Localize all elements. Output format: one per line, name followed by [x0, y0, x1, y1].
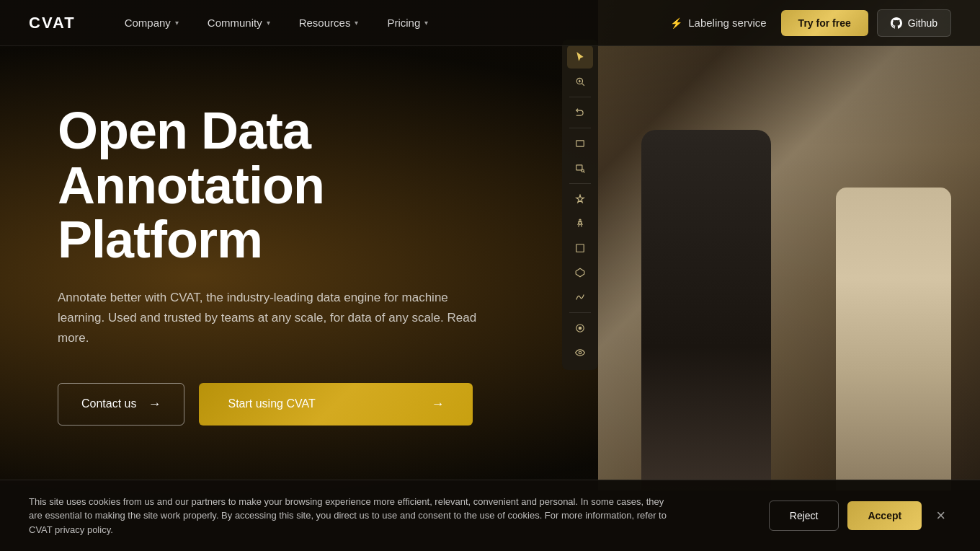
svg-point-8 — [579, 219, 581, 221]
nav-actions: Try for free Github — [781, 9, 951, 37]
rect-tool[interactable] — [567, 132, 593, 155]
logo[interactable]: CVAT — [29, 14, 76, 32]
svg-rect-9 — [576, 244, 584, 252]
nav-links: Company ▾ Community ▾ Resources ▾ Pricin… — [110, 0, 656, 46]
svg-point-6 — [582, 169, 584, 172]
labeling-service-label: Labeling service — [688, 17, 766, 29]
toolbar-divider-4 — [569, 312, 591, 313]
company-label: Company — [125, 17, 171, 29]
chevron-down-icon: ▾ — [355, 19, 358, 27]
accept-cookies-button[interactable]: Accept — [847, 501, 922, 530]
nav-item-pricing[interactable]: Pricing ▾ — [373, 0, 442, 46]
hero-title: Open Data Annotation Platform — [58, 104, 490, 268]
pricing-label: Pricing — [387, 17, 420, 29]
cursor-tool[interactable] — [567, 45, 593, 69]
svg-rect-4 — [576, 141, 584, 146]
start-using-button[interactable]: Start using CVAT → — [199, 383, 473, 426]
github-button[interactable]: Github — [877, 9, 951, 37]
svg-marker-10 — [576, 268, 584, 277]
reject-cookies-button[interactable]: Reject — [769, 501, 839, 531]
svg-point-13 — [579, 351, 582, 354]
nav-item-community[interactable]: Community ▾ — [193, 0, 285, 46]
svg-line-7 — [584, 172, 584, 172]
cookie-actions: Reject Accept × — [769, 501, 951, 531]
cookie-text: This site uses cookies from us and our p… — [29, 495, 677, 537]
logo-text: CVAT — [29, 14, 76, 32]
labeling-service-link[interactable]: ⚡ Labeling service — [656, 17, 780, 29]
annotation-toolbar — [562, 40, 598, 370]
person-silhouette-light — [836, 188, 951, 490]
undo-tool[interactable] — [567, 101, 593, 124]
start-label: Start using CVAT — [228, 397, 315, 410]
circle-tool[interactable] — [567, 317, 593, 340]
svg-point-12 — [579, 327, 582, 330]
community-label: Community — [208, 17, 262, 29]
magic-tool[interactable] — [567, 188, 593, 211]
chevron-down-icon: ▾ — [175, 19, 179, 27]
chevron-down-icon: ▾ — [424, 19, 428, 27]
arrow-right-icon: → — [148, 397, 161, 412]
human-pose-tool[interactable] — [567, 212, 593, 235]
person-silhouette-dark — [641, 130, 771, 490]
chevron-down-icon: ▾ — [267, 19, 270, 27]
cookie-banner: This site uses cookies from us and our p… — [0, 480, 980, 552]
hero-title-line2: Annotation Platform — [58, 159, 490, 268]
nav-item-resources[interactable]: Resources ▾ — [285, 0, 373, 46]
rect-search-tool[interactable] — [567, 157, 593, 180]
hero-image — [598, 0, 980, 490]
hero-buttons: Contact us → Start using CVAT → — [58, 383, 490, 426]
contact-label: Contact us — [81, 397, 136, 410]
contact-us-button[interactable]: Contact us → — [58, 383, 184, 426]
github-icon — [891, 17, 902, 29]
square-outline-tool[interactable] — [567, 237, 593, 260]
toolbar-divider-3 — [569, 183, 591, 184]
toolbar-divider — [569, 97, 591, 97]
svg-rect-5 — [576, 165, 582, 170]
hero-subtitle: Annotate better with CVAT, the industry-… — [58, 288, 490, 348]
hero-content: Open Data Annotation Platform Annotate b… — [0, 46, 548, 426]
svg-line-1 — [582, 84, 584, 86]
hero-title-line1: Open Data — [58, 104, 490, 159]
toolbar-divider-2 — [569, 128, 591, 128]
github-label: Github — [908, 17, 937, 29]
curve-tool[interactable] — [567, 286, 593, 309]
zoom-tool[interactable] — [567, 70, 593, 93]
close-cookie-banner-button[interactable]: × — [930, 508, 951, 524]
navbar: CVAT Company ▾ Community ▾ Resources ▾ P… — [0, 0, 980, 46]
resources-label: Resources — [299, 17, 351, 29]
nav-item-company[interactable]: Company ▾ — [110, 0, 193, 46]
try-free-button[interactable]: Try for free — [781, 10, 868, 36]
arrow-right-icon-2: → — [431, 397, 444, 412]
eye-tool[interactable] — [567, 341, 593, 364]
lightning-icon: ⚡ — [670, 17, 682, 29]
polygon-tool[interactable] — [567, 261, 593, 284]
